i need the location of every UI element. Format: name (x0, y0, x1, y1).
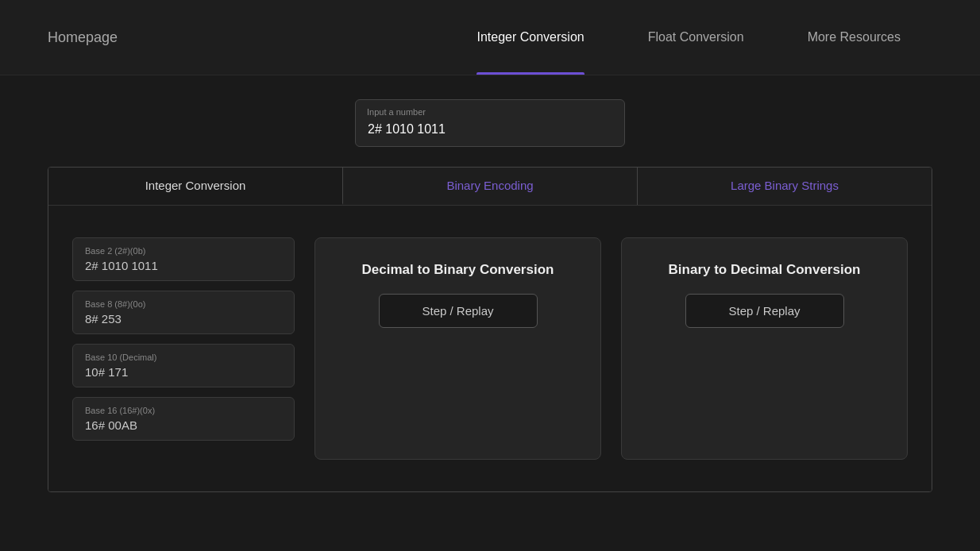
tab-binary-encoding[interactable]: Binary Encoding (343, 168, 638, 205)
binary-to-decimal-panel: Binary to Decimal Conversion Step / Repl… (621, 237, 908, 460)
number-input[interactable] (355, 99, 625, 147)
result-label-base16: Base 16 (16#)(0x) (85, 406, 282, 415)
result-label-base2: Base 2 (2#)(0b) (85, 246, 282, 256)
conversion-layout: Base 2 (2#)(0b) 2# 1010 1011 Base 8 (8#)… (72, 237, 908, 460)
main-content: Input a number Integer Conversion Binary… (0, 75, 980, 516)
binary-to-decimal-title: Binary to Decimal Conversion (669, 262, 861, 278)
result-box-base2: Base 2 (2#)(0b) 2# 1010 1011 (72, 237, 295, 281)
decimal-to-binary-title: Decimal to Binary Conversion (362, 262, 554, 278)
nav-link-more-resources[interactable]: More Resources (776, 0, 932, 75)
navbar-brand[interactable]: Homepage (48, 29, 118, 46)
tab-integer-conversion[interactable]: Integer Conversion (48, 168, 343, 205)
nav-links: Integer Conversion Float Conversion More… (445, 0, 932, 75)
tabs-container: Integer Conversion Binary Encoding Large… (48, 167, 932, 492)
nav-link-float-conversion[interactable]: Float Conversion (616, 0, 776, 75)
result-label-base10: Base 10 (Decimal) (85, 353, 282, 362)
result-label-base8: Base 8 (8#)(0o) (85, 299, 282, 309)
decimal-to-binary-step-replay-button[interactable]: Step / Replay (379, 294, 538, 328)
tabs-header: Integer Conversion Binary Encoding Large… (48, 168, 932, 205)
result-box-base16: Base 16 (16#)(0x) 16# 00AB (72, 397, 295, 441)
nav-link-integer-conversion[interactable]: Integer Conversion (445, 0, 615, 75)
input-label: Input a number (367, 107, 426, 117)
result-value-base2: 2# 1010 1011 (85, 259, 282, 272)
decimal-to-binary-panel: Decimal to Binary Conversion Step / Repl… (314, 237, 601, 460)
tab-large-binary-strings[interactable]: Large Binary Strings (638, 168, 932, 205)
result-box-base10: Base 10 (Decimal) 10# 171 (72, 344, 295, 387)
result-value-base16: 16# 00AB (85, 418, 282, 432)
result-box-base8: Base 8 (8#)(0o) 8# 253 (72, 291, 295, 334)
conversion-results: Base 2 (2#)(0b) 2# 1010 1011 Base 8 (8#)… (72, 237, 295, 441)
navbar: Homepage Integer Conversion Float Conver… (0, 0, 980, 75)
tab-content-integer-conversion: Base 2 (2#)(0b) 2# 1010 1011 Base 8 (8#)… (48, 205, 932, 491)
result-value-base8: 8# 253 (85, 312, 282, 326)
binary-to-decimal-step-replay-button[interactable]: Step / Replay (685, 294, 844, 328)
input-container: Input a number (48, 99, 932, 147)
number-input-wrapper: Input a number (355, 99, 625, 147)
result-value-base10: 10# 171 (85, 365, 282, 379)
